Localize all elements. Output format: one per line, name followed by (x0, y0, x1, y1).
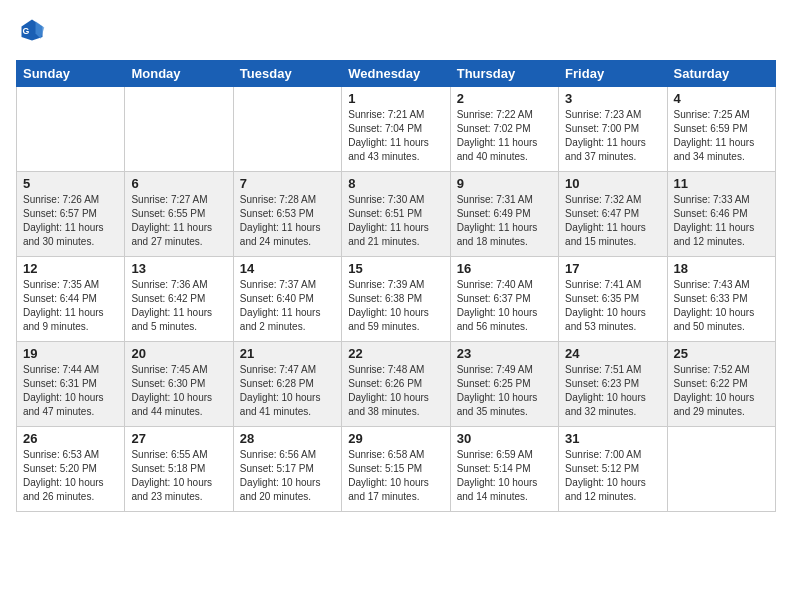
day-info: Sunrise: 7:43 AM Sunset: 6:33 PM Dayligh… (674, 278, 769, 334)
day-info: Sunrise: 7:49 AM Sunset: 6:25 PM Dayligh… (457, 363, 552, 419)
day-number: 8 (348, 176, 443, 191)
day-cell: 20Sunrise: 7:45 AM Sunset: 6:30 PM Dayli… (125, 342, 233, 427)
day-cell: 2Sunrise: 7:22 AM Sunset: 7:02 PM Daylig… (450, 87, 558, 172)
day-cell: 27Sunrise: 6:55 AM Sunset: 5:18 PM Dayli… (125, 427, 233, 512)
day-number: 2 (457, 91, 552, 106)
day-number: 5 (23, 176, 118, 191)
day-number: 3 (565, 91, 660, 106)
day-cell: 10Sunrise: 7:32 AM Sunset: 6:47 PM Dayli… (559, 172, 667, 257)
day-cell: 29Sunrise: 6:58 AM Sunset: 5:15 PM Dayli… (342, 427, 450, 512)
day-number: 14 (240, 261, 335, 276)
week-row-4: 19Sunrise: 7:44 AM Sunset: 6:31 PM Dayli… (17, 342, 776, 427)
day-number: 12 (23, 261, 118, 276)
day-info: Sunrise: 7:40 AM Sunset: 6:37 PM Dayligh… (457, 278, 552, 334)
day-number: 18 (674, 261, 769, 276)
day-info: Sunrise: 7:36 AM Sunset: 6:42 PM Dayligh… (131, 278, 226, 334)
day-info: Sunrise: 7:44 AM Sunset: 6:31 PM Dayligh… (23, 363, 118, 419)
day-cell: 21Sunrise: 7:47 AM Sunset: 6:28 PM Dayli… (233, 342, 341, 427)
day-number: 16 (457, 261, 552, 276)
day-cell (233, 87, 341, 172)
day-number: 13 (131, 261, 226, 276)
day-cell: 9Sunrise: 7:31 AM Sunset: 6:49 PM Daylig… (450, 172, 558, 257)
day-number: 11 (674, 176, 769, 191)
day-info: Sunrise: 7:33 AM Sunset: 6:46 PM Dayligh… (674, 193, 769, 249)
day-info: Sunrise: 7:26 AM Sunset: 6:57 PM Dayligh… (23, 193, 118, 249)
day-cell: 30Sunrise: 6:59 AM Sunset: 5:14 PM Dayli… (450, 427, 558, 512)
day-info: Sunrise: 6:55 AM Sunset: 5:18 PM Dayligh… (131, 448, 226, 504)
day-info: Sunrise: 6:56 AM Sunset: 5:17 PM Dayligh… (240, 448, 335, 504)
column-header-friday: Friday (559, 61, 667, 87)
day-info: Sunrise: 7:52 AM Sunset: 6:22 PM Dayligh… (674, 363, 769, 419)
day-cell: 19Sunrise: 7:44 AM Sunset: 6:31 PM Dayli… (17, 342, 125, 427)
day-number: 15 (348, 261, 443, 276)
day-info: Sunrise: 7:39 AM Sunset: 6:38 PM Dayligh… (348, 278, 443, 334)
day-info: Sunrise: 6:58 AM Sunset: 5:15 PM Dayligh… (348, 448, 443, 504)
day-info: Sunrise: 7:30 AM Sunset: 6:51 PM Dayligh… (348, 193, 443, 249)
day-number: 31 (565, 431, 660, 446)
day-number: 22 (348, 346, 443, 361)
day-number: 7 (240, 176, 335, 191)
day-cell: 26Sunrise: 6:53 AM Sunset: 5:20 PM Dayli… (17, 427, 125, 512)
day-info: Sunrise: 7:45 AM Sunset: 6:30 PM Dayligh… (131, 363, 226, 419)
day-number: 10 (565, 176, 660, 191)
day-number: 1 (348, 91, 443, 106)
column-header-wednesday: Wednesday (342, 61, 450, 87)
day-info: Sunrise: 7:41 AM Sunset: 6:35 PM Dayligh… (565, 278, 660, 334)
day-info: Sunrise: 7:22 AM Sunset: 7:02 PM Dayligh… (457, 108, 552, 164)
day-info: Sunrise: 7:51 AM Sunset: 6:23 PM Dayligh… (565, 363, 660, 419)
calendar-header-row: SundayMondayTuesdayWednesdayThursdayFrid… (17, 61, 776, 87)
day-info: Sunrise: 7:28 AM Sunset: 6:53 PM Dayligh… (240, 193, 335, 249)
day-info: Sunrise: 7:32 AM Sunset: 6:47 PM Dayligh… (565, 193, 660, 249)
day-number: 20 (131, 346, 226, 361)
column-header-thursday: Thursday (450, 61, 558, 87)
day-cell: 1Sunrise: 7:21 AM Sunset: 7:04 PM Daylig… (342, 87, 450, 172)
svg-text:G: G (22, 26, 29, 36)
day-info: Sunrise: 7:27 AM Sunset: 6:55 PM Dayligh… (131, 193, 226, 249)
day-cell (667, 427, 775, 512)
column-header-saturday: Saturday (667, 61, 775, 87)
day-number: 4 (674, 91, 769, 106)
day-info: Sunrise: 7:48 AM Sunset: 6:26 PM Dayligh… (348, 363, 443, 419)
day-number: 27 (131, 431, 226, 446)
day-info: Sunrise: 7:23 AM Sunset: 7:00 PM Dayligh… (565, 108, 660, 164)
day-number: 28 (240, 431, 335, 446)
day-cell: 7Sunrise: 7:28 AM Sunset: 6:53 PM Daylig… (233, 172, 341, 257)
day-info: Sunrise: 7:21 AM Sunset: 7:04 PM Dayligh… (348, 108, 443, 164)
day-info: Sunrise: 7:37 AM Sunset: 6:40 PM Dayligh… (240, 278, 335, 334)
day-cell: 14Sunrise: 7:37 AM Sunset: 6:40 PM Dayli… (233, 257, 341, 342)
day-cell: 16Sunrise: 7:40 AM Sunset: 6:37 PM Dayli… (450, 257, 558, 342)
calendar-table: SundayMondayTuesdayWednesdayThursdayFrid… (16, 60, 776, 512)
day-info: Sunrise: 7:47 AM Sunset: 6:28 PM Dayligh… (240, 363, 335, 419)
day-cell: 18Sunrise: 7:43 AM Sunset: 6:33 PM Dayli… (667, 257, 775, 342)
day-cell: 12Sunrise: 7:35 AM Sunset: 6:44 PM Dayli… (17, 257, 125, 342)
week-row-5: 26Sunrise: 6:53 AM Sunset: 5:20 PM Dayli… (17, 427, 776, 512)
day-cell: 15Sunrise: 7:39 AM Sunset: 6:38 PM Dayli… (342, 257, 450, 342)
day-info: Sunrise: 6:59 AM Sunset: 5:14 PM Dayligh… (457, 448, 552, 504)
column-header-tuesday: Tuesday (233, 61, 341, 87)
day-info: Sunrise: 7:00 AM Sunset: 5:12 PM Dayligh… (565, 448, 660, 504)
day-cell: 17Sunrise: 7:41 AM Sunset: 6:35 PM Dayli… (559, 257, 667, 342)
day-number: 30 (457, 431, 552, 446)
page-header: G (16, 16, 776, 48)
day-cell: 8Sunrise: 7:30 AM Sunset: 6:51 PM Daylig… (342, 172, 450, 257)
day-number: 29 (348, 431, 443, 446)
logo: G (16, 16, 50, 48)
day-cell: 31Sunrise: 7:00 AM Sunset: 5:12 PM Dayli… (559, 427, 667, 512)
day-number: 6 (131, 176, 226, 191)
day-cell: 28Sunrise: 6:56 AM Sunset: 5:17 PM Dayli… (233, 427, 341, 512)
day-info: Sunrise: 7:31 AM Sunset: 6:49 PM Dayligh… (457, 193, 552, 249)
day-info: Sunrise: 7:25 AM Sunset: 6:59 PM Dayligh… (674, 108, 769, 164)
day-cell: 4Sunrise: 7:25 AM Sunset: 6:59 PM Daylig… (667, 87, 775, 172)
day-cell: 25Sunrise: 7:52 AM Sunset: 6:22 PM Dayli… (667, 342, 775, 427)
column-header-monday: Monday (125, 61, 233, 87)
day-number: 26 (23, 431, 118, 446)
week-row-1: 1Sunrise: 7:21 AM Sunset: 7:04 PM Daylig… (17, 87, 776, 172)
day-cell: 3Sunrise: 7:23 AM Sunset: 7:00 PM Daylig… (559, 87, 667, 172)
day-cell: 6Sunrise: 7:27 AM Sunset: 6:55 PM Daylig… (125, 172, 233, 257)
day-number: 21 (240, 346, 335, 361)
column-header-sunday: Sunday (17, 61, 125, 87)
day-cell: 24Sunrise: 7:51 AM Sunset: 6:23 PM Dayli… (559, 342, 667, 427)
day-info: Sunrise: 7:35 AM Sunset: 6:44 PM Dayligh… (23, 278, 118, 334)
day-cell: 22Sunrise: 7:48 AM Sunset: 6:26 PM Dayli… (342, 342, 450, 427)
day-cell: 13Sunrise: 7:36 AM Sunset: 6:42 PM Dayli… (125, 257, 233, 342)
